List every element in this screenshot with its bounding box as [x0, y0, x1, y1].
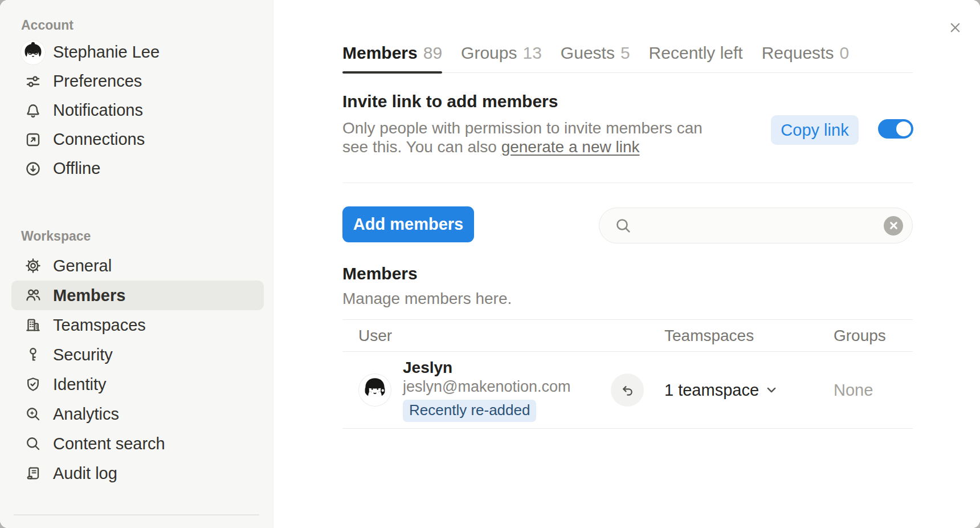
- sidebar-item-connections[interactable]: Connections: [0, 125, 273, 154]
- members-section-subtitle: Manage members here.: [342, 290, 512, 308]
- sidebar-item-label: Security: [53, 346, 113, 364]
- tab-guests[interactable]: Guests5: [561, 40, 630, 72]
- tab-requests[interactable]: Requests0: [762, 40, 849, 72]
- toggle-knob: [896, 121, 911, 136]
- gear-icon: [24, 257, 42, 274]
- sidebar-item-analytics[interactable]: Analytics: [0, 399, 273, 429]
- undo-remove-button[interactable]: [611, 373, 644, 407]
- clear-search-button[interactable]: [884, 216, 903, 235]
- sidebar-item-label: Content search: [53, 434, 165, 453]
- key-icon: [24, 346, 42, 363]
- sidebar-item-account-user[interactable]: Stephanie Lee: [0, 38, 273, 67]
- close-icon: [949, 21, 962, 34]
- tab-count: 5: [620, 43, 630, 72]
- member-identity: Jeslyn jeslyn@makenotion.com Recently re…: [403, 359, 571, 422]
- table-row: Jeslyn jeslyn@makenotion.com Recently re…: [342, 352, 913, 429]
- copy-link-button[interactable]: Copy link: [771, 115, 859, 145]
- sidebar-item-offline[interactable]: Offline: [0, 154, 273, 183]
- sidebar-item-general[interactable]: General: [0, 251, 273, 281]
- members-section-title: Members: [342, 264, 418, 283]
- tab-count: 13: [522, 43, 541, 72]
- sidebar-item-label: Offline: [53, 159, 100, 178]
- sidebar-item-label: Notifications: [53, 101, 143, 120]
- people-icon: [24, 287, 42, 304]
- sidebar-item-audit-log[interactable]: Audit log: [0, 458, 273, 488]
- member-status-badge: Recently re-added: [403, 400, 536, 422]
- member-name: Jeslyn: [403, 359, 571, 377]
- close-button[interactable]: [944, 16, 966, 39]
- table-header-row: User Teamspaces Groups: [342, 319, 913, 352]
- tab-members[interactable]: Members89: [342, 40, 442, 72]
- chevron-down-icon: [765, 384, 778, 396]
- arrow-up-right-box-icon: [24, 131, 42, 148]
- member-email: jeslyn@makenotion.com: [403, 378, 571, 396]
- sidebar-item-identity[interactable]: Identity: [0, 369, 273, 399]
- tab-recently-left[interactable]: Recently left: [649, 40, 743, 72]
- teamspaces-dropdown[interactable]: 1 teamspace: [664, 381, 834, 400]
- sidebar-item-notifications[interactable]: Notifications: [0, 96, 273, 125]
- search-icon: [614, 217, 632, 234]
- sidebar-item-members[interactable]: Members: [11, 281, 264, 310]
- workspace-section-label: Workspace: [21, 228, 273, 244]
- bell-icon: [24, 102, 42, 119]
- column-header-user: User: [342, 327, 664, 345]
- tab-count: 89: [423, 43, 442, 72]
- member-search: [599, 208, 913, 243]
- account-section-label: Account: [21, 0, 273, 33]
- sidebar-item-label: Teamspaces: [53, 316, 146, 335]
- sidebar-bottom-divider: [14, 514, 259, 515]
- sidebar-item-preferences[interactable]: Preferences: [0, 67, 273, 96]
- download-circle-icon: [24, 160, 42, 177]
- sidebar-item-label: Preferences: [53, 72, 142, 91]
- building-icon: [24, 316, 42, 334]
- clear-icon: [889, 221, 898, 230]
- user-avatar: [21, 40, 46, 65]
- add-members-button[interactable]: Add members: [342, 206, 474, 242]
- search-input[interactable]: [640, 217, 884, 235]
- members-settings-panel: Members89 Groups13 Guests5 Recently left…: [274, 0, 980, 528]
- scroll-icon: [24, 465, 42, 482]
- sidebar-item-label: Analytics: [53, 405, 119, 424]
- sidebar-item-label: Connections: [53, 130, 145, 149]
- sidebar-item-security[interactable]: Security: [0, 340, 273, 369]
- magnifier-icon: [24, 435, 42, 452]
- members-table: User Teamspaces Groups: [342, 319, 913, 429]
- invite-link-toggle[interactable]: [878, 119, 913, 139]
- workspace-settings-dialog: Account Stephanie Lee Preferences: [0, 0, 980, 528]
- sidebar-item-label: Identity: [53, 375, 107, 394]
- sidebar-item-teamspaces[interactable]: Teamspaces: [0, 310, 273, 340]
- generate-new-link[interactable]: generate a new link: [501, 138, 640, 156]
- sidebar-item-content-search[interactable]: Content search: [0, 429, 273, 458]
- tab-groups[interactable]: Groups13: [461, 40, 542, 72]
- column-header-groups: Groups: [834, 327, 913, 345]
- section-divider: [342, 182, 913, 183]
- member-tabs: Members89 Groups13 Guests5 Recently left…: [342, 40, 913, 73]
- sidebar-item-label: Stephanie Lee: [53, 43, 160, 62]
- sidebar-item-label: Members: [53, 286, 125, 305]
- column-header-teamspaces: Teamspaces: [664, 327, 834, 345]
- undo-icon: [620, 383, 635, 398]
- invite-link-title: Invite link to add members: [342, 92, 558, 111]
- sidebar-item-label: General: [53, 257, 112, 275]
- member-groups-value: None: [834, 381, 913, 400]
- settings-sidebar: Account Stephanie Lee Preferences: [0, 0, 273, 528]
- invite-link-description: Only people with permission to invite me…: [342, 119, 703, 156]
- shield-check-icon: [24, 376, 42, 393]
- sidebar-item-label: Audit log: [53, 464, 117, 483]
- member-avatar: [358, 373, 391, 407]
- sliders-icon: [24, 73, 42, 90]
- tab-count: 0: [839, 43, 849, 72]
- magnifier-sparkle-icon: [24, 405, 42, 423]
